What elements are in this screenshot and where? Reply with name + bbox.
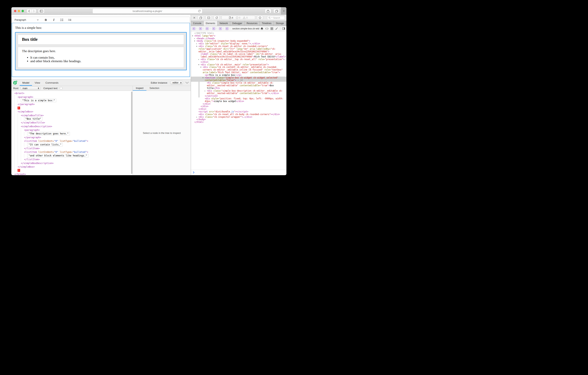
tab-inspect[interactable]: Inspect bbox=[133, 86, 147, 91]
model-tree-node[interactable]: "and other block elements like headings.… bbox=[11, 154, 133, 157]
model-tree-node[interactable]: "It can contain lists," bbox=[11, 143, 133, 146]
bold-button[interactable]: B bbox=[44, 18, 48, 22]
disclosure-open-icon[interactable]: ▼ bbox=[198, 64, 201, 66]
box-list-item[interactable]: and other block elements like headings. bbox=[30, 59, 180, 63]
dom-node[interactable]: ▼<div class="ck ck-content ck-editor__ed… bbox=[191, 66, 286, 74]
paint-flashing-button[interactable] bbox=[275, 27, 278, 30]
model-tree-node[interactable]: <listItem listIndent="0" listType="bulle… bbox=[11, 150, 133, 154]
disclosure-closed-icon[interactable]: ▶ bbox=[198, 58, 201, 61]
disclosure-open-icon[interactable]: ▼ bbox=[192, 35, 194, 37]
address-bar[interactable]: localhost/creating-a-plugin/ bbox=[93, 9, 202, 13]
breadcrumb-element-badge[interactable]: E bbox=[226, 27, 229, 30]
dom-node[interactable]: </div> bbox=[191, 108, 286, 110]
breadcrumb-element-badge[interactable]: E bbox=[206, 27, 209, 30]
breadcrumb-element-badge[interactable]: E bbox=[192, 27, 195, 30]
editor-content[interactable]: This is a simple box: Box title The desc… bbox=[12, 23, 190, 77]
devtools-tab-console[interactable]: Console bbox=[191, 21, 204, 26]
dom-node[interactable]: ▼<html lang="en"> bbox=[191, 35, 286, 37]
root-select[interactable]: main bbox=[21, 87, 40, 90]
tree-scrollbar[interactable] bbox=[131, 92, 132, 174]
dom-node[interactable]: <label class="ck ck-label ck-voice-label… bbox=[191, 53, 286, 58]
model-tree-node[interactable]: </paragraph> bbox=[11, 102, 133, 106]
model-tree-node[interactable]: </simpleBox> bbox=[11, 165, 133, 168]
share-button[interactable] bbox=[265, 9, 271, 13]
close-devtools-button[interactable] bbox=[192, 16, 196, 20]
model-tree-node[interactable]: <paragraph> bbox=[11, 95, 133, 99]
dom-node[interactable]: </section> bbox=[191, 95, 286, 98]
simple-box-title[interactable]: Box title bbox=[18, 35, 184, 44]
disclosure-closed-icon[interactable]: ▶ bbox=[194, 37, 196, 40]
devtools-tab-network[interactable]: Network bbox=[218, 21, 230, 26]
text-node[interactable]: "The description goes here." bbox=[27, 132, 70, 135]
box-title-heading[interactable]: Box title bbox=[22, 37, 180, 42]
intro-paragraph[interactable]: This is a simple box: bbox=[15, 26, 187, 30]
model-tree-node[interactable]: [ bbox=[11, 106, 133, 110]
zoom-window-button[interactable] bbox=[21, 10, 24, 12]
disclosure-closed-icon[interactable]: ▶ bbox=[196, 116, 199, 119]
element-picker-button[interactable] bbox=[257, 16, 263, 20]
model-tree-node[interactable]: </$root> bbox=[11, 172, 133, 175]
tab-selection[interactable]: Selection bbox=[147, 86, 162, 91]
model-tree-node[interactable]: "This is a simple box:" bbox=[11, 99, 133, 102]
dom-node[interactable]: <div class="ck ck-reset_all ck-body ck-r… bbox=[191, 113, 286, 116]
grid-overlay-button[interactable] bbox=[271, 27, 273, 30]
devtools-tab-storage[interactable]: Storage bbox=[274, 21, 286, 26]
close-window-button[interactable] bbox=[14, 10, 16, 12]
dom-node[interactable]: </div> bbox=[191, 105, 286, 108]
minimize-window-button[interactable] bbox=[18, 10, 20, 12]
disclosure-open-icon[interactable]: ▼ bbox=[196, 45, 199, 48]
disclosure-closed-icon[interactable]: ▶ bbox=[205, 90, 207, 92]
console-prompt[interactable] bbox=[191, 170, 286, 175]
devtools-search-field[interactable]: Search bbox=[267, 16, 285, 20]
model-tree-node[interactable]: <$root> bbox=[11, 91, 133, 95]
disclosure-open-icon[interactable]: ▼ bbox=[200, 66, 203, 69]
dom-node[interactable]: <script src="dist/bundle.js"></script> bbox=[191, 110, 286, 113]
dom-node[interactable]: ▶<div class="simple-box-description ck-e… bbox=[191, 90, 286, 95]
resource-status-group[interactable]: 4 0 0 bbox=[221, 16, 255, 20]
new-tab-button[interactable]: + bbox=[281, 7, 286, 15]
disclosure-closed-icon[interactable]: ▶ bbox=[196, 43, 199, 45]
model-tree-node[interactable]: "The description goes here." bbox=[11, 132, 133, 135]
sidebar-toggle-button[interactable] bbox=[38, 9, 44, 13]
reload-icon[interactable] bbox=[198, 10, 201, 12]
italic-button[interactable]: I bbox=[52, 18, 56, 22]
dom-node[interactable]: </html> bbox=[191, 121, 286, 124]
model-tree-node[interactable]: <listItem listIndent="0" listType="bulle… bbox=[11, 139, 133, 143]
dom-node[interactable]: ▶<div id="editor" style="display: none;"… bbox=[191, 43, 286, 45]
model-tree-node[interactable]: </simpleBoxDescription> bbox=[11, 161, 133, 165]
model-tree-node[interactable]: <simpleBoxDescription> bbox=[11, 125, 133, 128]
disclosure-open-icon[interactable]: ▼ bbox=[194, 40, 196, 43]
dock-side-button[interactable] bbox=[206, 16, 212, 20]
editor-instance-select[interactable]: editor bbox=[170, 81, 183, 85]
breadcrumb-element-badge[interactable]: E bbox=[212, 27, 215, 30]
dom-node[interactable]: ▶<head>…</head> bbox=[191, 37, 286, 40]
model-tree-node[interactable]: ] bbox=[11, 168, 133, 172]
source-code-button[interactable] bbox=[265, 27, 268, 30]
compact-text-checkbox[interactable] bbox=[60, 87, 62, 89]
disclosure-open-icon[interactable]: ▼ bbox=[202, 77, 205, 79]
bulleted-list-button[interactable] bbox=[68, 18, 72, 22]
forward-button[interactable] bbox=[32, 9, 36, 13]
collapse-inspector-button[interactable] bbox=[185, 82, 189, 84]
dom-node[interactable]: ▼<div class="ck ck-editor__main" role="p… bbox=[191, 64, 286, 66]
dom-node[interactable]: ▼<body class="ck-inspector-body-expanded… bbox=[191, 40, 286, 43]
text-node[interactable]: "It can contain lists," bbox=[27, 143, 63, 146]
devtools-tab-resources[interactable]: Resources bbox=[245, 21, 260, 26]
model-tree-node[interactable]: "Box title" bbox=[11, 117, 133, 121]
model-tree-node[interactable]: </simpleBoxTitle> bbox=[11, 121, 133, 124]
devtools-tab-debugger[interactable]: Debugger bbox=[230, 21, 245, 26]
simple-box-widget[interactable]: Box title The description goes here. It … bbox=[15, 32, 187, 70]
details-sidebar-button[interactable] bbox=[282, 27, 285, 30]
reload-page-button[interactable] bbox=[213, 16, 220, 20]
dom-node[interactable]: </body> bbox=[191, 118, 286, 121]
box-list[interactable]: It can contain lists,and other block ele… bbox=[30, 56, 180, 63]
breadcrumb-element-badge[interactable]: E bbox=[219, 27, 222, 30]
description-paragraph[interactable]: The description goes here. bbox=[22, 49, 180, 53]
tab-model[interactable]: Model bbox=[20, 80, 32, 86]
model-tree-node[interactable]: </listItem> bbox=[11, 157, 133, 161]
dom-node[interactable]: <p>This is a simple box:</p> bbox=[191, 74, 286, 77]
model-tree-node[interactable]: <simpleBoxTitle> bbox=[11, 113, 133, 117]
tab-commands[interactable]: Commands bbox=[43, 80, 61, 86]
devtools-tab-timelines[interactable]: Timelines bbox=[260, 21, 274, 26]
simple-box-description[interactable]: The description goes here. It can contai… bbox=[18, 47, 184, 68]
